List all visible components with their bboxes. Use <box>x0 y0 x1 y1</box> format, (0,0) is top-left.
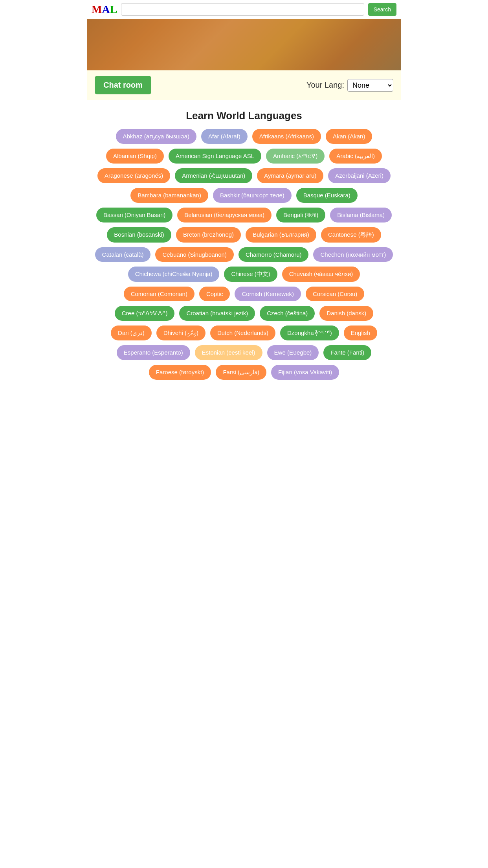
page-header: MAL Search <box>87 0 401 19</box>
language-tag[interactable]: Basque (Euskara) <box>296 188 358 203</box>
language-tag[interactable]: Amharic (አማርኛ) <box>266 149 325 164</box>
language-tag[interactable]: Afrikaans (Afrikaans) <box>252 129 321 144</box>
language-tag[interactable]: Bengali (বাংলা) <box>276 208 325 223</box>
language-tag[interactable]: Belarusian (беларуская мова) <box>177 208 272 223</box>
language-tag[interactable]: Aymara (aymar aru) <box>257 168 323 183</box>
language-tag[interactable]: Comorian (Comorian) <box>124 287 194 301</box>
language-tag[interactable]: Akan (Akan) <box>326 129 372 144</box>
language-selector: Your Lang: None English Spanish French G… <box>306 79 393 92</box>
banner-overlay <box>87 19 401 70</box>
language-tag[interactable]: Afar (Afaraf) <box>201 129 248 144</box>
language-tag[interactable]: Chuvash (чăваш чĕлхи) <box>282 267 360 282</box>
language-tag[interactable]: Aragonese (aragonés) <box>97 168 170 183</box>
language-tag[interactable]: Chinese (中文) <box>224 267 277 282</box>
language-tag[interactable]: Esperanto (Esperanto) <box>117 345 190 360</box>
language-tag[interactable]: Azerbaijani (Azeri) <box>328 168 391 183</box>
language-tag[interactable]: Fante (Fanti) <box>323 345 371 360</box>
language-tag[interactable]: Corsican (Corsu) <box>306 287 364 301</box>
language-tag[interactable]: Estonian (eesti keel) <box>195 345 262 360</box>
language-tag[interactable]: Dari (دری) <box>111 326 152 340</box>
language-tag[interactable]: English <box>344 326 377 340</box>
language-tag[interactable]: Cantonese (粵語) <box>321 227 381 243</box>
language-tag[interactable]: Catalan (català) <box>95 247 151 262</box>
language-tag[interactable]: Chamorro (Chamoru) <box>238 247 309 262</box>
language-tag[interactable]: Farsi (فارسی) <box>216 365 266 380</box>
language-tag[interactable]: Breton (brezhoneg) <box>176 227 241 243</box>
search-input[interactable] <box>121 3 364 16</box>
language-tag[interactable]: Fijian (vosa Vakaviti) <box>271 365 339 380</box>
site-logo: MAL <box>92 3 117 16</box>
language-tag[interactable]: Chechen (нохчийн мотт) <box>313 247 393 262</box>
language-tag[interactable]: Armenian (Հայաuutan) <box>175 168 252 183</box>
language-tag[interactable]: Bambara (bamanankan) <box>130 188 208 203</box>
search-button[interactable]: Search <box>368 3 396 16</box>
your-lang-label: Your Lang: <box>306 81 344 90</box>
language-tag[interactable]: Bosnian (bosanski) <box>107 227 171 243</box>
language-tag[interactable]: Danish (dansk) <box>319 306 373 321</box>
language-tag[interactable]: Bislama (Bislama) <box>330 208 392 223</box>
language-tag[interactable]: Cornish (Kernewek) <box>235 287 301 301</box>
language-grid: Abkhaz (аҧсуа бызшәа)Afar (Afaraf)Afrika… <box>87 129 401 392</box>
language-tag[interactable]: Dhivehi (ދިވެހި) <box>156 326 205 340</box>
language-tag[interactable]: Bulgarian (България) <box>246 227 316 243</box>
language-tag[interactable]: Croatian (hrvatski jezik) <box>179 306 255 321</box>
language-tag[interactable]: Albanian (Shqip) <box>106 149 164 164</box>
language-tag[interactable]: Dzongkha (རྫོང་ཁ) <box>280 326 339 340</box>
language-tag[interactable]: Ewe (Eʋegbe) <box>267 345 319 360</box>
chat-room-button[interactable]: Chat room <box>95 76 151 94</box>
language-tag[interactable]: Chichewa (chiCheŵa Nyanja) <box>128 267 220 282</box>
language-tag[interactable]: Arabic (العربية) <box>329 149 382 164</box>
language-tag[interactable]: Cree (ᓀᐦᐃᔭᐍᐏᐣ) <box>115 306 175 321</box>
banner-image <box>87 19 401 70</box>
main-title: Learn World Languages <box>87 110 401 122</box>
language-dropdown[interactable]: None English Spanish French German Japan… <box>347 79 393 92</box>
language-tag[interactable]: Faroese (føroyskt) <box>149 365 211 380</box>
main-content: Learn World Languages Abkhaz (аҧсуа бызш… <box>87 110 401 392</box>
language-tag[interactable]: Coptic <box>199 287 230 301</box>
language-tag[interactable]: Cebuano (Sinugboanon) <box>155 247 233 262</box>
language-tag[interactable]: Abkhaz (аҧсуа бызшәа) <box>116 129 197 144</box>
language-tag[interactable]: American Sign Language ASL <box>169 149 261 164</box>
language-tag[interactable]: Dutch (Nederlands) <box>210 326 275 340</box>
language-tag[interactable]: Bassari (Oniyan Basari) <box>96 208 172 223</box>
chat-row: Chat room Your Lang: None English Spanis… <box>87 70 401 100</box>
language-tag[interactable]: Czech (čeština) <box>260 306 315 321</box>
language-tag[interactable]: Bashkir (башҡорт теле) <box>213 188 292 203</box>
